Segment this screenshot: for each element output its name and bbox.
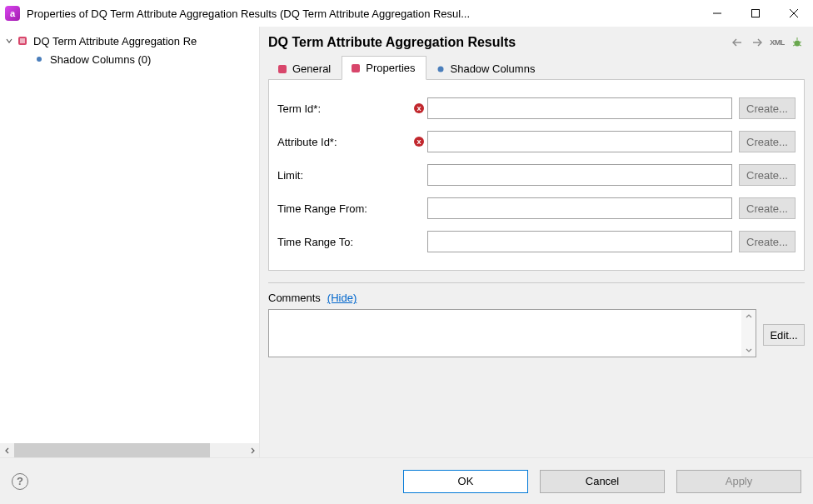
bug-icon[interactable] bbox=[790, 35, 805, 50]
xml-button[interactable]: XML bbox=[770, 35, 785, 50]
svg-line-13 bbox=[793, 45, 795, 46]
ok-button[interactable]: OK bbox=[403, 470, 528, 493]
error-icon: x bbox=[414, 103, 424, 113]
form-row: Time Range From:Create... bbox=[277, 192, 796, 225]
tab-shadow-columns[interactable]: Shadow Columns bbox=[426, 57, 546, 80]
field-input[interactable] bbox=[427, 164, 732, 186]
scroll-right-icon[interactable] bbox=[245, 443, 259, 457]
field-label: Time Range To: bbox=[277, 236, 411, 248]
create-button[interactable]: Create... bbox=[739, 97, 796, 119]
form-row: Attribute Id*:xCreate... bbox=[277, 125, 796, 158]
scrollbar-thumb[interactable] bbox=[14, 443, 210, 457]
field-error-slot: x bbox=[411, 137, 427, 147]
help-icon[interactable]: ? bbox=[12, 473, 28, 490]
tree-child-label: Shadow Columns (0) bbox=[50, 53, 151, 66]
tab-general-label: General bbox=[292, 62, 331, 75]
node-icon bbox=[17, 35, 28, 47]
svg-rect-16 bbox=[352, 64, 360, 72]
titlebar: a Properties of DQ Term Attribute Aggreg… bbox=[0, 0, 813, 27]
chevron-down-icon[interactable] bbox=[3, 35, 15, 47]
svg-point-6 bbox=[37, 57, 42, 62]
create-button[interactable]: Create... bbox=[739, 197, 796, 219]
svg-point-17 bbox=[437, 66, 443, 72]
field-input[interactable] bbox=[427, 197, 732, 219]
create-button[interactable]: Create... bbox=[739, 231, 796, 252]
svg-line-11 bbox=[793, 42, 795, 42]
form-row: Term Id*:xCreate... bbox=[277, 92, 796, 125]
window-title: Properties of DQ Term Attribute Aggregat… bbox=[27, 7, 698, 20]
tabs: General Properties Shadow Columns bbox=[268, 55, 805, 80]
page-title: DQ Term Attribute Aggregation Results bbox=[268, 35, 730, 50]
horizontal-scrollbar[interactable] bbox=[0, 443, 259, 457]
error-icon: x bbox=[414, 137, 424, 147]
content-header: DQ Term Attribute Aggregation Results XM… bbox=[260, 27, 813, 55]
header-toolbar: XML bbox=[730, 35, 805, 50]
scroll-down-icon[interactable] bbox=[746, 343, 752, 357]
tab-properties[interactable]: Properties bbox=[342, 56, 426, 80]
svg-rect-15 bbox=[278, 65, 287, 73]
tree-pane: DQ Term Attribute Aggregation Re Shadow … bbox=[0, 27, 260, 457]
nav-back-icon[interactable] bbox=[730, 35, 745, 50]
comments-textarea-wrap bbox=[268, 309, 756, 357]
svg-rect-5 bbox=[20, 38, 25, 43]
bullet-icon bbox=[33, 53, 45, 65]
comments-section: Comments (Hide) Edit... bbox=[260, 283, 813, 357]
tab-properties-icon bbox=[351, 63, 361, 73]
create-button[interactable]: Create... bbox=[739, 164, 796, 186]
main-area: DQ Term Attribute Aggregation Re Shadow … bbox=[0, 27, 813, 457]
svg-line-14 bbox=[800, 45, 801, 46]
scroll-left-icon[interactable] bbox=[0, 443, 14, 457]
field-input[interactable] bbox=[427, 97, 732, 119]
comments-edit-button[interactable]: Edit... bbox=[763, 324, 805, 346]
tree-body: DQ Term Attribute Aggregation Re Shadow … bbox=[0, 27, 259, 443]
comments-header: Comments (Hide) bbox=[268, 292, 805, 304]
field-input[interactable] bbox=[427, 131, 732, 152]
tab-shadow-label: Shadow Columns bbox=[451, 62, 536, 75]
field-label: Term Id*: bbox=[277, 102, 411, 115]
field-label: Time Range From: bbox=[277, 202, 411, 215]
create-button[interactable]: Create... bbox=[739, 131, 796, 152]
comments-hide-link[interactable]: (Hide) bbox=[327, 292, 357, 304]
form-row: Limit:Create... bbox=[277, 158, 796, 192]
tab-shadow-icon bbox=[436, 64, 446, 74]
window-controls bbox=[698, 0, 813, 27]
field-label: Limit: bbox=[277, 169, 411, 182]
svg-rect-1 bbox=[752, 10, 760, 17]
cancel-button[interactable]: Cancel bbox=[540, 470, 665, 493]
svg-line-12 bbox=[800, 42, 801, 42]
tree-child[interactable]: Shadow Columns (0) bbox=[0, 50, 259, 68]
app-icon: a bbox=[5, 6, 20, 21]
tab-properties-label: Properties bbox=[366, 62, 415, 74]
apply-button[interactable]: Apply bbox=[676, 470, 801, 493]
dialog-footer: ? OK Cancel Apply bbox=[0, 457, 813, 504]
tab-general[interactable]: General bbox=[268, 57, 342, 80]
form-panel: Term Id*:xCreate...Attribute Id*:xCreate… bbox=[268, 80, 805, 271]
maximize-button[interactable] bbox=[736, 0, 775, 27]
minimize-button[interactable] bbox=[698, 0, 736, 27]
tree-root-label: DQ Term Attribute Aggregation Re bbox=[33, 35, 197, 47]
tree-root[interactable]: DQ Term Attribute Aggregation Re bbox=[0, 32, 259, 50]
tabs-container: General Properties Shadow Columns bbox=[260, 55, 813, 80]
tab-general-icon bbox=[277, 64, 287, 74]
close-button[interactable] bbox=[775, 0, 813, 27]
comments-scrollbar[interactable] bbox=[741, 310, 756, 357]
form-row: Time Range To:Create... bbox=[277, 225, 796, 258]
content-pane: DQ Term Attribute Aggregation Results XM… bbox=[260, 27, 813, 457]
comments-textarea[interactable] bbox=[269, 310, 741, 357]
scroll-up-icon[interactable] bbox=[746, 310, 752, 323]
field-input[interactable] bbox=[427, 231, 732, 252]
comments-label: Comments bbox=[268, 292, 321, 304]
field-label: Attribute Id*: bbox=[277, 136, 411, 148]
field-error-slot: x bbox=[411, 103, 427, 113]
nav-forward-icon[interactable] bbox=[750, 35, 765, 50]
svg-point-9 bbox=[795, 41, 801, 47]
scrollbar-track[interactable] bbox=[14, 443, 245, 457]
